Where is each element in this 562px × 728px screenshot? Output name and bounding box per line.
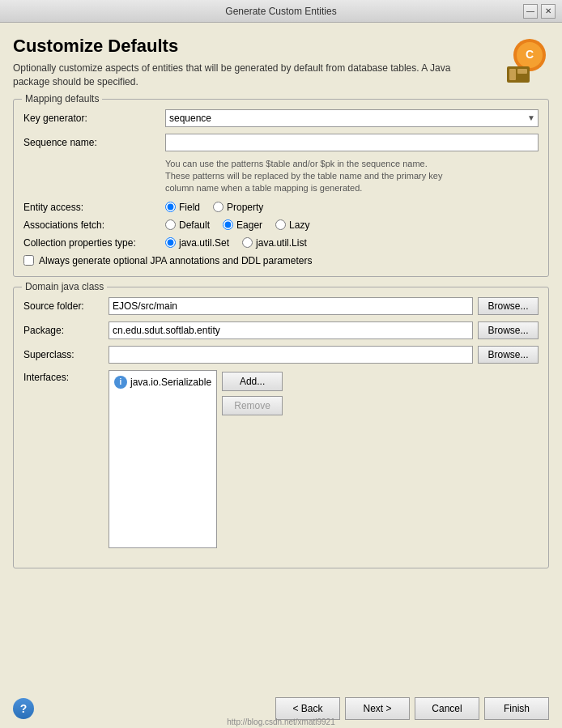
bottom-right: < Back Next > Cancel Finish <box>275 697 549 720</box>
hint-line2: These patterns will be replaced by the t… <box>165 171 442 181</box>
interfaces-label: Interfaces: <box>23 370 109 383</box>
superclass-browse-button[interactable]: Browse... <box>478 346 539 364</box>
entity-access-field-label[interactable]: Field <box>165 202 200 213</box>
entity-access-property-radio[interactable] <box>213 202 224 212</box>
package-row: Package: Browse... <box>23 321 539 339</box>
interfaces-row: Interfaces: i java.io.Serializable Add..… <box>23 370 539 555</box>
collection-set-text: java.util.Set <box>179 237 229 249</box>
associations-default-label[interactable]: Default <box>165 219 210 231</box>
source-folder-row: Source folder: Browse... <box>23 297 539 315</box>
titlebar-controls: — ✕ <box>523 4 556 19</box>
svg-text:C: C <box>526 48 534 61</box>
domain-section-inner: Source folder: Browse... Package: Browse… <box>23 297 539 558</box>
package-label: Package: <box>23 325 109 336</box>
associations-lazy-label[interactable]: Lazy <box>275 219 309 231</box>
entity-access-field-radio[interactable] <box>165 202 176 212</box>
help-button[interactable]: ? <box>13 698 34 719</box>
bottom-bar: ? < Back Next > Cancel Finish <box>13 689 549 728</box>
close-button[interactable]: ✕ <box>541 4 556 19</box>
hint-line3: column name when a table mapping is gene… <box>165 183 362 193</box>
entity-access-property-label[interactable]: Property <box>213 202 263 213</box>
collection-set-radio[interactable] <box>165 237 176 248</box>
titlebar: Generate Custom Entities — ✕ <box>0 0 562 23</box>
interfaces-section: i java.io.Serializable Add... Remove <box>109 370 283 548</box>
header-description: Optionally customize aspects of entities… <box>13 62 483 89</box>
source-folder-browse-button[interactable]: Browse... <box>478 297 539 315</box>
associations-fetch-row: Associations fetch: Default Eager Lazy <box>23 219 539 231</box>
wizard-icon: C <box>497 36 549 87</box>
window-title: Generate Custom Entities <box>39 6 523 17</box>
collection-list-label[interactable]: java.util.List <box>242 237 307 249</box>
key-generator-dropdown-container: sequence identity none ▼ <box>165 109 539 127</box>
interface-name: java.io.Serializable <box>130 377 211 388</box>
package-browse-button[interactable]: Browse... <box>478 321 539 339</box>
key-generator-row: Key generator: sequence identity none ▼ <box>23 109 539 127</box>
list-item: i java.io.Serializable <box>113 374 213 390</box>
entity-access-property-text: Property <box>227 202 263 213</box>
key-generator-label: Key generator: <box>23 113 165 124</box>
add-interface-button[interactable]: Add... <box>222 372 283 391</box>
package-input[interactable] <box>109 321 473 339</box>
key-generator-select[interactable]: sequence identity none <box>165 109 539 127</box>
hint-line1: You can use the patterns $table and/or $… <box>165 159 428 168</box>
entity-access-field-text: Field <box>179 202 200 213</box>
associations-eager-radio[interactable] <box>223 219 233 230</box>
svg-rect-4 <box>509 69 516 80</box>
superclass-row: Superclass: Browse... <box>23 346 539 364</box>
sequence-hint: You can use the patterns $table and/or $… <box>165 158 539 195</box>
entity-access-label: Entity access: <box>23 202 165 213</box>
associations-fetch-label: Associations fetch: <box>23 219 165 231</box>
entity-access-row: Entity access: Field Property <box>23 202 539 213</box>
collection-set-label[interactable]: java.util.Set <box>165 237 229 249</box>
domain-java-class-section: Domain java class Source folder: Browse.… <box>13 287 549 568</box>
associations-eager-text: Eager <box>236 219 262 231</box>
superclass-input[interactable] <box>109 346 473 364</box>
source-folder-label: Source folder: <box>23 300 109 312</box>
mapping-defaults-title: Mapping defaults <box>22 93 102 104</box>
interfaces-buttons: Add... Remove <box>222 370 283 548</box>
superclass-label: Superclass: <box>23 349 109 360</box>
sequence-name-input[interactable] <box>165 134 539 151</box>
bottom-left: ? <box>13 698 34 719</box>
collection-properties-row: Collection properties type: java.util.Se… <box>23 237 539 249</box>
jpa-checkbox[interactable] <box>23 255 34 266</box>
next-button[interactable]: Next > <box>345 697 410 720</box>
sequence-name-field <box>165 134 539 151</box>
collection-properties-group: java.util.Set java.util.List <box>165 237 539 249</box>
sequence-name-label: Sequence name: <box>23 137 165 148</box>
page-title: Customize Defaults <box>13 36 483 57</box>
associations-default-text: Default <box>179 219 210 231</box>
remove-interface-button[interactable]: Remove <box>222 396 283 415</box>
associations-eager-label[interactable]: Eager <box>223 219 262 231</box>
collection-properties-label: Collection properties type: <box>23 237 165 249</box>
associations-fetch-group: Default Eager Lazy <box>165 219 539 231</box>
source-folder-input[interactable] <box>109 297 473 315</box>
associations-default-radio[interactable] <box>165 219 176 230</box>
sequence-name-row: Sequence name: <box>23 134 539 151</box>
domain-java-class-title: Domain java class <box>22 281 107 292</box>
finish-button[interactable]: Finish <box>484 697 549 720</box>
entity-access-group: Field Property <box>165 202 539 213</box>
collection-list-radio[interactable] <box>242 237 253 248</box>
svg-rect-5 <box>517 69 527 74</box>
mapping-defaults-section: Mapping defaults Key generator: sequence… <box>13 99 549 277</box>
interface-info-icon: i <box>114 376 127 389</box>
associations-lazy-radio[interactable] <box>275 219 286 230</box>
key-generator-field: sequence identity none ▼ <box>165 109 539 127</box>
main-content: Customize Defaults Optionally customize … <box>0 23 562 728</box>
associations-lazy-text: Lazy <box>289 219 309 231</box>
back-button[interactable]: < Back <box>275 697 340 720</box>
header: Customize Defaults Optionally customize … <box>13 36 549 89</box>
cancel-button[interactable]: Cancel <box>415 697 479 720</box>
minimize-button[interactable]: — <box>523 4 538 19</box>
jpa-checkbox-label: Always generate optional JPA annotations… <box>39 255 313 266</box>
header-text: Customize Defaults Optionally customize … <box>13 36 483 89</box>
collection-list-text: java.util.List <box>256 237 307 249</box>
interfaces-list: i java.io.Serializable <box>109 370 217 548</box>
jpa-checkbox-row: Always generate optional JPA annotations… <box>23 255 539 266</box>
